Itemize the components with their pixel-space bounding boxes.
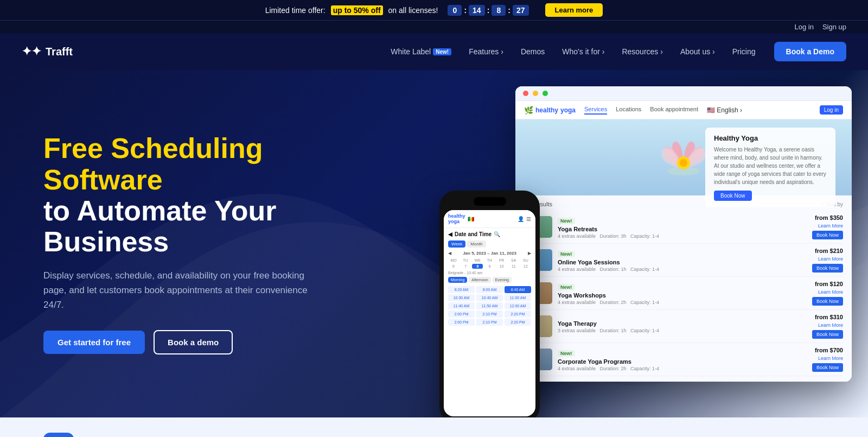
time-slot[interactable]: 2:00 PM: [448, 319, 475, 326]
get-started-button[interactable]: Get started for free: [43, 331, 145, 354]
prev-week-btn[interactable]: ◀: [448, 251, 451, 256]
nav-demos-text: Demos: [521, 47, 545, 56]
week-tab[interactable]: Week: [448, 240, 465, 248]
signup-link[interactable]: Sign up: [822, 23, 846, 31]
cal-date-8[interactable]: 8: [472, 264, 483, 269]
learn-more-button[interactable]: Learn more: [545, 3, 603, 17]
mock-studio-info: Healthy Yoga Welcome to Healthy Yoga, a …: [705, 128, 835, 207]
time-slot-row: 10:30 AM 10:40 AM 11:00 AM: [448, 294, 531, 301]
time-slot[interactable]: 10:40 AM: [476, 294, 503, 301]
time-slot[interactable]: 2:10 PM: [476, 319, 503, 326]
time-slot-row: 2:00 PM 2:10 PM 2:20 PM: [448, 311, 531, 318]
mock-studio-logo: 🌿 healthyyoga: [524, 106, 576, 115]
time-slot[interactable]: 12:00 AM: [505, 302, 531, 309]
next-week-btn[interactable]: ▶: [528, 251, 531, 256]
book-now-sm[interactable]: Book Now: [812, 297, 843, 306]
cal-date-12[interactable]: 12: [520, 264, 531, 269]
banner-text-after: on all licenses!: [388, 6, 438, 15]
service-price: from $700: [815, 347, 843, 353]
time-slot[interactable]: 8:20 AM: [448, 286, 475, 293]
time-slot[interactable]: 11:00 AM: [505, 294, 531, 301]
service-tag: New!: [558, 350, 575, 357]
timer-extra: 27: [513, 5, 529, 16]
morning-btn[interactable]: Morning: [448, 277, 467, 283]
customers-icon-box: [43, 433, 74, 437]
mock-book-now-btn[interactable]: Book Now: [714, 191, 752, 201]
phone-nav: healthyyoga 🇸🇳 👤 ☰: [444, 210, 535, 228]
learn-more-sm[interactable]: Learn More: [818, 322, 843, 328]
book-demo-button[interactable]: Book a Demo: [774, 42, 846, 61]
time-slot[interactable]: 2:10 PM: [476, 311, 503, 318]
search-icon: 🔍: [494, 231, 500, 237]
month-tab[interactable]: Month: [467, 240, 486, 248]
book-now-sm[interactable]: Book Now: [812, 330, 843, 339]
time-slot[interactable]: 11:50 AM: [476, 302, 503, 309]
time-slot[interactable]: 2:20 PM: [505, 319, 531, 326]
nav-whos-it-for[interactable]: Who's it for ›: [554, 43, 612, 60]
login-link[interactable]: Log in: [794, 23, 813, 31]
time-slot-row: 2:00 PM 2:10 PM 2:20 PM: [448, 319, 531, 326]
cal-date-10[interactable]: 10: [496, 264, 507, 269]
book-now-sm[interactable]: Book Now: [812, 264, 843, 273]
nav-resources[interactable]: Resources ›: [614, 43, 670, 60]
cal-day-we: WE: [472, 258, 483, 263]
services-list-area: 14 Results ↕ Sort by New! Yoga Retreats …: [515, 195, 852, 382]
service-price: from $120: [815, 281, 843, 287]
afternoon-btn[interactable]: Afternoon: [469, 277, 490, 283]
service-meta: 4 extras available Duration: 1h Capacity…: [558, 267, 807, 272]
learn-more-sm[interactable]: Learn More: [818, 289, 843, 295]
cal-date-6[interactable]: 6: [448, 264, 459, 269]
service-item: New! Yoga Retreats 4 extras available Du…: [524, 211, 843, 244]
service-actions: from $350 Learn More Book Now: [812, 214, 843, 239]
time-slot[interactable]: 2:00 PM: [448, 311, 475, 318]
service-item: New! Online Yoga Sessions 4 extras avail…: [524, 244, 843, 277]
date-nav: ◀ Jan 5, 2023 – Jan 11, 2023 ▶: [448, 251, 531, 256]
cal-date-11[interactable]: 11: [508, 264, 519, 269]
phone-user-icon: 👤: [518, 216, 524, 222]
service-actions: from $310 Learn More Book Now: [812, 314, 843, 339]
stats-bar: 15500+ GLOBAL CUSTOMERS ★ 5.0 Rating on …: [0, 417, 868, 437]
mock-language-flag: 🇺🇸 English ›: [707, 106, 742, 114]
week-tabs: Week Month: [448, 240, 531, 248]
phone-notch: [474, 197, 506, 206]
service-meta: 4 extras available Duration: 2h Capacity…: [558, 300, 807, 305]
phone-icons: 👤 ☰: [518, 216, 531, 222]
learn-more-sm[interactable]: Learn More: [818, 356, 843, 361]
service-actions: from $210 Learn More Book Now: [812, 248, 843, 273]
svg-point-2: [680, 159, 687, 167]
book-now-sm[interactable]: Book Now: [812, 231, 843, 239]
time-slot[interactable]: 8:00 AM: [476, 286, 503, 293]
book-demo-hero-button[interactable]: Book a demo: [154, 330, 233, 354]
book-now-sm[interactable]: Book Now: [812, 363, 843, 372]
learn-more-sm[interactable]: Learn More: [818, 256, 843, 262]
nav-pricing[interactable]: Pricing: [725, 43, 763, 60]
mock-nav-booking: Book appointment: [650, 106, 698, 115]
nav-about[interactable]: About us ›: [673, 43, 723, 60]
cal-date-7[interactable]: 7: [460, 264, 471, 269]
time-slot[interactable]: 11:40 AM: [448, 302, 475, 309]
nav-features-text: Features ›: [469, 47, 503, 56]
nav-white-label[interactable]: White Label New!: [383, 43, 459, 60]
service-tag: New!: [558, 284, 575, 290]
service-corporate-info: New! Corporate Yoga Programs 4 extras av…: [558, 347, 807, 371]
service-actions: from $120 Learn More Book Now: [812, 281, 843, 306]
time-slot-selected[interactable]: 8:40 AM: [505, 286, 531, 293]
desktop-mock-nav: 🌿 healthyyoga Services Locations Book ap…: [515, 101, 852, 119]
time-slot[interactable]: 10:30 AM: [448, 294, 475, 301]
lotus-icon: [654, 133, 713, 182]
desktop-titlebar: [515, 86, 852, 101]
logo[interactable]: ✦✦ Trafft: [22, 45, 73, 59]
evening-btn[interactable]: Evening: [493, 277, 512, 283]
date-range: Jan 5, 2023 – Jan 11, 2023: [463, 251, 516, 256]
window-min-dot: [533, 91, 538, 96]
service-meta: 3 extras available Duration: 1h Capacity…: [558, 328, 807, 333]
nav-features[interactable]: Features ›: [461, 43, 511, 60]
learn-more-sm[interactable]: Learn More: [818, 223, 843, 229]
cal-day-sa: SA: [508, 258, 519, 263]
service-item: Yoga Therapy 3 extras available Duration…: [524, 310, 843, 343]
time-slot[interactable]: 2:20 PM: [505, 311, 531, 318]
nav-demos[interactable]: Demos: [513, 43, 552, 60]
service-item: New! Yoga Workshops 4 extras available D…: [524, 277, 843, 310]
service-actions: from $700 Learn More Book Now: [812, 347, 843, 372]
cal-date-9[interactable]: 9: [484, 264, 495, 269]
